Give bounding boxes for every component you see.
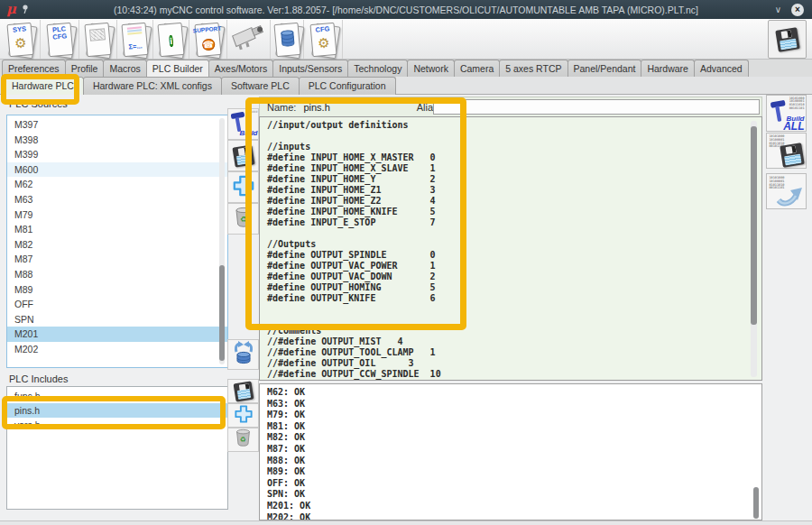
sys-document-icon: SYS ⚙ bbox=[8, 23, 32, 56]
plc-source-item-label: M600 bbox=[14, 164, 38, 175]
main-tab[interactable]: Macros bbox=[103, 60, 146, 77]
plc-source-item[interactable]: M87 bbox=[7, 252, 227, 267]
plc-source-item[interactable]: M79 bbox=[7, 207, 227, 223]
formula-button[interactable]: Σ=... bbox=[117, 20, 153, 59]
sub-tab-label: PLC Configuration bbox=[309, 80, 386, 91]
main-toolbar: SYS ⚙ PLC CFG bbox=[0, 19, 812, 60]
floppy-disk-icon bbox=[232, 144, 254, 167]
aliases-input[interactable] bbox=[433, 99, 760, 115]
plc-include-item-label: func.h bbox=[14, 391, 41, 401]
main-tab[interactable]: Hardware bbox=[641, 60, 695, 77]
delete-include-button[interactable]: ♻ bbox=[227, 428, 259, 452]
sys-config-button[interactable]: SYS ⚙ bbox=[0, 20, 41, 59]
build-button[interactable]: #### Build bbox=[227, 108, 259, 140]
main-tab[interactable]: Profile bbox=[65, 60, 105, 77]
main-tab[interactable]: 5 axes RTCP bbox=[499, 60, 567, 77]
commit-to-database-button[interactable] bbox=[227, 339, 259, 370]
code-content: //input/output definitions //inputs #def… bbox=[260, 117, 761, 381]
save-binary-button[interactable]: 10101000 10100001 01011010 00101101 bbox=[766, 133, 807, 169]
plc-source-item[interactable]: M397 bbox=[7, 117, 227, 133]
plc-cfg-button[interactable]: PLC CFG bbox=[41, 20, 79, 59]
name-label: Name: bbox=[267, 102, 296, 113]
build-all-button[interactable]: 10101000 10100001 01011010 00101101 Buil… bbox=[766, 95, 807, 132]
plc-source-item[interactable]: M88 bbox=[7, 267, 227, 282]
main-tab[interactable]: Panel/Pendant bbox=[567, 60, 642, 77]
main-tab-label: Macros bbox=[109, 63, 140, 74]
plc-source-item[interactable]: M399 bbox=[7, 147, 227, 162]
sub-tab-label: Software PLC bbox=[231, 80, 290, 91]
plc-source-item-label: M62 bbox=[14, 179, 32, 189]
chevron-down-icon[interactable]: ∨ bbox=[775, 5, 781, 14]
add-include-button[interactable] bbox=[227, 403, 259, 428]
grille-icon bbox=[89, 28, 106, 41]
plc-source-item[interactable]: M63 bbox=[7, 192, 227, 207]
main-tab[interactable]: Camera bbox=[454, 60, 500, 77]
database-button[interactable] bbox=[271, 20, 304, 59]
database-upload-icon bbox=[230, 339, 257, 370]
phone-icon: ☎ bbox=[201, 34, 216, 52]
plc-source-item[interactable]: OFF bbox=[7, 297, 227, 312]
plc-include-item[interactable]: vars.h bbox=[7, 418, 227, 432]
close-icon[interactable]: × bbox=[791, 4, 804, 16]
sources-scrollbar-thumb[interactable] bbox=[219, 265, 225, 361]
plc-source-item[interactable]: M600 bbox=[7, 162, 227, 178]
main-tab-label: PLC Builder bbox=[152, 63, 203, 74]
plc-source-item-label: M89 bbox=[14, 284, 32, 295]
plc-include-item[interactable]: func.h bbox=[7, 389, 227, 403]
plc-source-item-label: M81 bbox=[14, 224, 32, 235]
svg-text:♻: ♻ bbox=[240, 436, 246, 444]
support-button[interactable]: SUPPORT ☎ bbox=[189, 20, 227, 59]
sub-tab[interactable]: Software PLC bbox=[221, 77, 300, 95]
main-tab[interactable]: Inputs/Sensors bbox=[272, 60, 348, 77]
main-tab[interactable]: PLC Builder bbox=[146, 60, 209, 77]
cfg-button[interactable]: CFG ⚙ bbox=[304, 20, 343, 59]
sub-tab[interactable]: Hardware PLC bbox=[2, 77, 84, 95]
camera-button[interactable] bbox=[227, 20, 271, 59]
plc-source-item[interactable]: M89 bbox=[7, 282, 227, 298]
plc-source-item[interactable]: M82 bbox=[7, 237, 227, 253]
info-button[interactable]: i bbox=[153, 20, 189, 59]
plc-source-item[interactable]: M81 bbox=[7, 222, 227, 237]
main-tab[interactable]: Technology bbox=[347, 60, 408, 77]
camera-icon bbox=[231, 25, 267, 54]
main-tab[interactable]: Preferences bbox=[2, 60, 66, 77]
save-include-button[interactable] bbox=[227, 379, 259, 403]
main-tab[interactable]: Axes/Motors bbox=[208, 60, 273, 77]
send-binary-button[interactable]: 10101000 10100001 01011010 00101101 bbox=[766, 173, 807, 209]
macros-button[interactable] bbox=[79, 20, 117, 59]
file-name-value: pins.h bbox=[303, 102, 329, 113]
binary-text: 10101000 10100001 01011010 00101101 bbox=[789, 97, 805, 111]
plc-sources-label: PLC Sources bbox=[9, 98, 68, 109]
plc-includes-list[interactable]: func.hpins.hvars.h bbox=[6, 386, 228, 510]
plc-sources-list[interactable]: M397M398M399M600M62M63M79M81M82M87M88M89… bbox=[6, 115, 228, 368]
plc-source-item[interactable]: M202 bbox=[7, 342, 227, 357]
plc-source-item-label: M202 bbox=[14, 344, 38, 355]
build-output-panel[interactable]: M62: OK M63: OK M79: OK M81: OK M82: OK … bbox=[259, 383, 762, 520]
floppy-disk-icon bbox=[775, 27, 799, 51]
save-source-button[interactable] bbox=[227, 140, 259, 171]
pin-icon[interactable] bbox=[21, 2, 30, 18]
plc-include-item-label: vars.h bbox=[14, 419, 41, 430]
plus-icon bbox=[232, 174, 255, 201]
plc-source-item[interactable]: M398 bbox=[7, 133, 227, 148]
code-editor[interactable]: //input/output definitions //inputs #def… bbox=[259, 116, 762, 381]
sub-tab[interactable]: Hardware PLC: XML configs bbox=[83, 77, 222, 95]
add-source-button[interactable] bbox=[227, 171, 259, 203]
plc-source-item[interactable]: M201 bbox=[7, 327, 227, 342]
output-scrollbar-thumb[interactable] bbox=[753, 487, 759, 519]
main-tab[interactable]: Advanced bbox=[694, 60, 749, 77]
main-tab-label: 5 axes RTCP bbox=[505, 63, 561, 74]
plc-source-item-label: SPN bbox=[14, 314, 34, 325]
sub-tab[interactable]: PLC Configuration bbox=[299, 77, 396, 95]
plc-source-item-label: M88 bbox=[14, 269, 32, 280]
main-tab[interactable]: Network bbox=[407, 60, 455, 77]
editor-scrollbar-thumb[interactable] bbox=[751, 126, 757, 325]
delete-source-button[interactable]: ♻ bbox=[227, 203, 259, 235]
plc-include-item[interactable]: pins.h bbox=[7, 403, 227, 418]
plc-source-item[interactable]: M62 bbox=[7, 177, 227, 192]
color-stripes-icon bbox=[126, 26, 142, 36]
save-all-button[interactable] bbox=[768, 20, 807, 59]
gear-icon: ⚙ bbox=[317, 34, 330, 51]
plc-source-item[interactable]: SPN bbox=[7, 312, 227, 327]
main-tab-label: Technology bbox=[354, 63, 401, 74]
